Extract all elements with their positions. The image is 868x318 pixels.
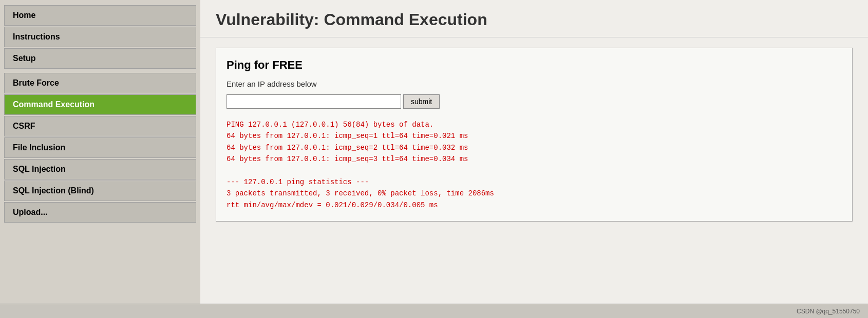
sidebar-item-home[interactable]: Home xyxy=(4,5,196,26)
content-area: Vulnerability: Command Execution Ping fo… xyxy=(200,0,868,304)
content-box: Ping for FREE Enter an IP address below … xyxy=(216,48,853,222)
ip-input[interactable] xyxy=(227,94,401,109)
footer-text: CSDN @qq_51550750 xyxy=(797,308,860,315)
section-title: Ping for FREE xyxy=(227,58,842,72)
sidebar-item-instructions[interactable]: Instructions xyxy=(4,27,196,47)
sidebar-item-csrf[interactable]: CSRF xyxy=(4,116,196,136)
footer-bar: CSDN @qq_51550750 xyxy=(0,304,868,318)
sidebar-group-vulnerabilities: Brute Force Command Execution CSRF File … xyxy=(0,73,200,223)
sidebar-item-command-execution[interactable]: Command Execution xyxy=(4,94,196,115)
sidebar-item-setup[interactable]: Setup xyxy=(4,48,196,69)
sidebar: Home Instructions Setup Brute Force Comm… xyxy=(0,0,200,304)
sidebar-group-top: Home Instructions Setup xyxy=(0,5,200,69)
sidebar-item-sql-injection[interactable]: SQL Injection xyxy=(4,159,196,180)
ip-label: Enter an IP address below xyxy=(227,80,842,88)
input-row: submit xyxy=(227,94,842,109)
sidebar-item-upload[interactable]: Upload... xyxy=(4,202,196,223)
ping-output: PING 127.0.0.1 (127.0.0.1) 56(84) bytes … xyxy=(227,119,842,211)
sidebar-item-brute-force[interactable]: Brute Force xyxy=(4,73,196,93)
submit-button[interactable]: submit xyxy=(403,94,440,109)
page-title: Vulnerability: Command Execution xyxy=(200,0,868,37)
sidebar-item-file-inclusion[interactable]: File Inclusion xyxy=(4,137,196,158)
sidebar-item-sql-injection-blind[interactable]: SQL Injection (Blind) xyxy=(4,181,196,201)
